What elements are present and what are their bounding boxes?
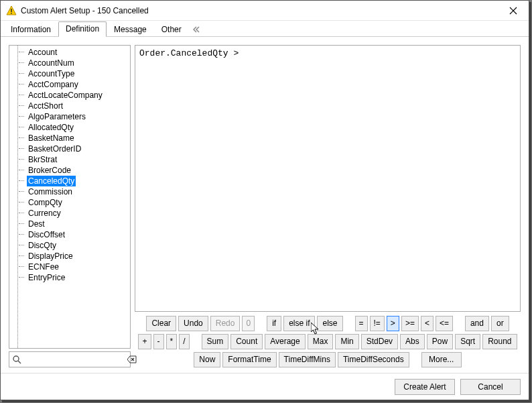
operator-row-3: Now FormatTime TimeDiffMins TimeDiffSeco…	[194, 352, 461, 367]
svg-point-5	[13, 356, 19, 361]
tree-item-label: Currency	[27, 208, 62, 219]
tree-item[interactable]: BasketName	[11, 133, 130, 143]
tab-other[interactable]: Other	[154, 22, 189, 37]
stddev-button[interactable]: StdDev	[361, 334, 398, 349]
tree-item[interactable]: CanceledQty	[11, 176, 130, 186]
mul-button[interactable]: *	[166, 334, 178, 349]
average-button[interactable]: Average	[265, 334, 305, 349]
tree-item-label: BasketOrderID	[27, 143, 82, 154]
elseif-button[interactable]: else if	[283, 316, 315, 331]
redo-count: 0	[242, 316, 255, 331]
timediffmins-button[interactable]: TimeDiffMins	[279, 352, 336, 367]
tree-item[interactable]: AccountType	[11, 68, 130, 79]
min-button[interactable]: Min	[335, 334, 358, 349]
dialog-footer: Create Alert Cancel	[1, 373, 529, 400]
count-button[interactable]: Count	[230, 334, 263, 349]
gte-button[interactable]: >=	[401, 316, 419, 331]
warning-icon	[6, 5, 17, 16]
sqrt-button[interactable]: Sqrt	[455, 334, 480, 349]
tree-item[interactable]: AcctCompany	[11, 79, 130, 90]
tree-item-label: Commission	[27, 186, 74, 197]
tree-item[interactable]: AcctShort	[11, 101, 130, 111]
expression-panel: Order.CanceledQty > Clear Undo Redo 0 if…	[135, 45, 521, 367]
tree-item[interactable]: AcctLocateCompany	[11, 90, 130, 101]
tree-item[interactable]: Currency	[11, 208, 130, 219]
tree-item[interactable]: BasketOrderID	[11, 143, 130, 154]
max-button[interactable]: Max	[308, 334, 334, 349]
tree-item-label: ECNFee	[27, 262, 60, 272]
field-search	[9, 351, 131, 367]
search-input[interactable]	[24, 354, 127, 365]
tree-item[interactable]: AccountNum	[11, 58, 130, 68]
lt-button[interactable]: <	[421, 316, 434, 331]
tree-item[interactable]: Dest	[11, 219, 130, 229]
tree-item-label: Dest	[27, 219, 46, 229]
expression-editor[interactable]: Order.CanceledQty >	[135, 45, 521, 312]
operator-row-1: Clear Undo Redo 0 if else if else = != >…	[146, 316, 509, 331]
tab-message[interactable]: Message	[107, 22, 154, 37]
eq-button[interactable]: =	[355, 316, 368, 331]
chevron-double-left-icon	[193, 26, 200, 33]
formattime-button[interactable]: FormatTime	[222, 352, 276, 367]
else-button[interactable]: else	[317, 316, 342, 331]
more-button[interactable]: More...	[421, 352, 462, 367]
tree-item-label: CompQty	[27, 197, 64, 208]
gt-button[interactable]: >	[387, 316, 399, 331]
tree-item[interactable]: AlgoParameters	[11, 111, 130, 122]
tree-item[interactable]: EntryPrice	[11, 272, 130, 283]
and-button[interactable]: and	[465, 316, 489, 331]
redo-button[interactable]: Redo	[210, 316, 241, 331]
tab-definition[interactable]: Definition	[58, 21, 107, 37]
tab-information[interactable]: Information	[3, 22, 58, 37]
timediffseconds-button[interactable]: TimeDiffSeconds	[338, 352, 409, 367]
pow-button[interactable]: Pow	[427, 334, 453, 349]
clear-button[interactable]: Clear	[146, 316, 176, 331]
tree-item[interactable]: BkrStrat	[11, 154, 130, 165]
plus-button[interactable]: +	[138, 334, 151, 349]
tree-item-label: AcctShort	[27, 101, 64, 111]
tree-item[interactable]: AllocatedQty	[11, 122, 130, 133]
round-button[interactable]: Round	[482, 334, 517, 349]
tree-item[interactable]: ECNFee	[11, 262, 130, 272]
tree-item[interactable]: DiscQty	[11, 240, 130, 251]
abs-button[interactable]: Abs	[400, 334, 425, 349]
lte-button[interactable]: <=	[436, 316, 453, 331]
tree-item[interactable]: BrokerCode	[11, 165, 130, 176]
tree-item-label: BasketName	[27, 133, 76, 143]
content-area: AccountAccountNumAccountTypeAcctCompanyA…	[1, 37, 529, 373]
close-button[interactable]	[499, 1, 527, 20]
tree-item-label: EntryPrice	[27, 272, 66, 283]
dialog-window: Custom Alert Setup - 150 Cancelled Infor…	[0, 0, 529, 400]
close-icon	[509, 7, 517, 15]
cancel-button[interactable]: Cancel	[460, 379, 521, 395]
tab-overflow-button[interactable]	[189, 23, 204, 37]
tree-item[interactable]: DisplayPrice	[11, 251, 130, 262]
field-tree: AccountAccountNumAccountTypeAcctCompanyA…	[9, 45, 131, 349]
minus-button[interactable]: -	[153, 334, 164, 349]
tree-item-label: AccountNum	[27, 58, 76, 68]
svg-rect-1	[11, 9, 12, 12]
operator-toolbar: Clear Undo Redo 0 if else if else = != >…	[135, 312, 521, 367]
tree-item[interactable]: Commission	[11, 186, 130, 197]
undo-button[interactable]: Undo	[178, 316, 208, 331]
tree-item-label: AcctCompany	[27, 79, 80, 90]
tree-item-label: AccountType	[27, 68, 76, 79]
now-button[interactable]: Now	[194, 352, 220, 367]
tree-item-label: DiscQty	[27, 240, 58, 251]
tree-item[interactable]: Account	[11, 47, 130, 58]
sum-button[interactable]: Sum	[202, 334, 229, 349]
create-alert-button[interactable]: Create Alert	[395, 379, 455, 395]
tree-item-label: DisplayPrice	[27, 251, 74, 262]
field-panel: AccountAccountNumAccountTypeAcctCompanyA…	[9, 45, 131, 367]
tree-item-label: AllocatedQty	[27, 122, 75, 133]
tree-item-label: AcctLocateCompany	[27, 90, 104, 101]
tree-item[interactable]: DiscOffset	[11, 229, 130, 240]
field-tree-scroll[interactable]: AccountAccountNumAccountTypeAcctCompanyA…	[9, 46, 130, 348]
div-button[interactable]: /	[179, 334, 189, 349]
window-title: Custom Alert Setup - 150 Cancelled	[21, 6, 499, 15]
tree-item-label: AlgoParameters	[27, 111, 87, 122]
if-button[interactable]: if	[267, 316, 281, 331]
or-button[interactable]: or	[491, 316, 509, 331]
tree-item[interactable]: CompQty	[11, 197, 130, 208]
neq-button[interactable]: !=	[370, 316, 385, 331]
